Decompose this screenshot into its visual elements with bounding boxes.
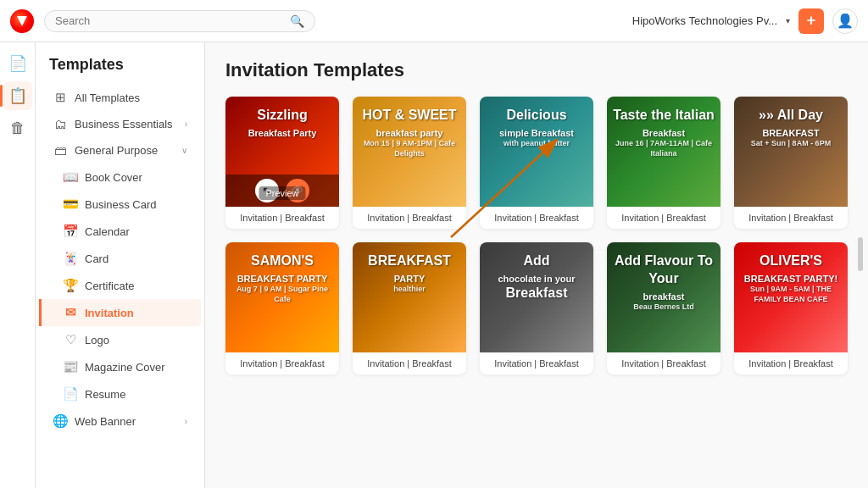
sidebar-item-web-banner[interactable]: 🌐 Web Banner › [39, 408, 201, 435]
template-thumb-5: »» All Day BREAKFAST Sat + Sun | 8AM - 6… [734, 97, 848, 207]
template-thumb-7: BREAKFAST PARTY healthier [353, 242, 466, 352]
template-thumb-8: Add chocolate in your Breakfast [480, 242, 593, 352]
trash-icon: 🗑 [10, 119, 25, 137]
scrollbar[interactable] [858, 237, 863, 271]
magazine-cover-icon: 📰 [63, 359, 78, 374]
page-title: Invitation Templates [225, 59, 848, 81]
create-button[interactable]: + [798, 8, 824, 34]
thumb-text-5: »» All Day BREAKFAST Sat + Sun | 8AM - 6… [734, 97, 848, 159]
sidebar-label-invitation: Invitation [85, 307, 134, 319]
sidebar-label-web-banner: Web Banner [75, 415, 136, 428]
sidebar-label-resume: Resume [85, 388, 125, 401]
template-card-8[interactable]: Add chocolate in your Breakfast Invitati… [480, 242, 593, 374]
search-bar[interactable]: 🔍 [44, 10, 315, 32]
thumb-text-10: OLIVER'S BREAKFAST PARTY! Sun | 9AM - 5A… [734, 242, 848, 314]
template-label-3: Invitation | Breakfast [480, 207, 593, 229]
sidebar: Templates ⊞ All Templates 🗂 Business Ess… [36, 42, 205, 488]
thumb-text-4: Taste the Italian Breakfast June 16 | 7A… [607, 97, 721, 169]
preview-label-1: Preview [259, 186, 305, 200]
logo-icon[interactable] [10, 9, 34, 33]
template-card-1[interactable]: Sizzling Breakfast Party ↖ 👁 Preview Inv… [225, 97, 339, 229]
business-essentials-icon: 🗂 [53, 117, 68, 131]
logo-menu-icon: ♡ [63, 332, 78, 347]
invitation-icon: ✉ [63, 305, 78, 320]
thumb-text-2: HOT & SWEET breakfast party Mon 15 | 9 A… [353, 97, 466, 169]
template-label-9: Invitation | Breakfast [607, 352, 721, 374]
web-banner-chevron: › [185, 417, 187, 426]
sidebar-item-resume[interactable]: 📄 Resume [39, 380, 201, 408]
sidebar-item-certificate[interactable]: 🏆 Certificate [39, 272, 201, 299]
icon-rail: 📄 📋 🗑 [0, 42, 36, 488]
thumb-text-3: Delicious simple Breakfast with peanut b… [480, 97, 593, 159]
template-thumb-10: OLIVER'S BREAKFAST PARTY! Sun | 9AM - 5A… [734, 242, 848, 352]
template-label-4: Invitation | Breakfast [607, 207, 721, 229]
template-thumb-4: Taste the Italian Breakfast June 16 | 7A… [607, 97, 721, 207]
user-button[interactable]: 👤 [832, 8, 858, 34]
sidebar-item-business-essentials[interactable]: 🗂 Business Essentials › [39, 111, 201, 137]
thumb-text-1: Sizzling Breakfast Party [225, 97, 339, 149]
template-label-6: Invitation | Breakfast [225, 352, 339, 374]
sidebar-label-logo: Logo [85, 334, 109, 347]
search-input[interactable] [55, 14, 285, 27]
template-label-8: Invitation | Breakfast [480, 352, 593, 374]
template-card-9[interactable]: Add Flavour To Your breakfast Beau Berne… [607, 242, 721, 374]
company-name: HipoWorks Technologies Pv... [632, 14, 777, 27]
template-label-10: Invitation | Breakfast [734, 352, 848, 374]
general-purpose-chevron: ∨ [181, 146, 187, 155]
topbar: 🔍 HipoWorks Technologies Pv... ▾ + 👤 [0, 0, 868, 42]
sidebar-label-business-card: Business Card [85, 198, 157, 211]
template-thumb-2: HOT & SWEET breakfast party Mon 15 | 9 A… [353, 97, 466, 207]
template-card-4[interactable]: Taste the Italian Breakfast June 16 | 7A… [607, 97, 721, 229]
company-dropdown-arrow[interactable]: ▾ [786, 16, 790, 25]
sidebar-item-invitation[interactable]: ✉ Invitation [39, 299, 201, 326]
template-thumb-3: Delicious simple Breakfast with peanut b… [480, 97, 593, 207]
sidebar-item-card[interactable]: 🃏 Card [39, 245, 201, 272]
template-card-2[interactable]: HOT & SWEET breakfast party Mon 15 | 9 A… [353, 97, 466, 229]
thumb-text-9: Add Flavour To Your breakfast Beau Berne… [607, 242, 721, 323]
rail-icon-document[interactable]: 📄 [3, 49, 32, 78]
all-templates-icon: ⊞ [53, 90, 68, 105]
sidebar-label-certificate: Certificate [85, 280, 135, 292]
sidebar-item-business-card[interactable]: 💳 Business Card [39, 191, 201, 218]
template-card-6[interactable]: SAMON'S BREAKFAST PARTY Aug 7 | 9 AM | S… [225, 242, 339, 374]
thumb-text-6: SAMON'S BREAKFAST PARTY Aug 7 | 9 AM | S… [225, 242, 339, 314]
rail-icon-trash[interactable]: 🗑 [3, 114, 32, 142]
sidebar-item-calendar[interactable]: 📅 Calendar [39, 218, 201, 245]
sidebar-item-magazine-cover[interactable]: 📰 Magazine Cover [39, 353, 201, 380]
template-label-2: Invitation | Breakfast [353, 207, 466, 229]
user-icon: 👤 [837, 13, 854, 29]
topbar-right: HipoWorks Technologies Pv... ▾ + 👤 [632, 8, 858, 34]
main-layout: 📄 📋 🗑 Templates ⊞ All Templates 🗂 Busine… [0, 42, 868, 488]
thumb-text-7: BREAKFAST PARTY healthier [353, 242, 466, 305]
template-card-5[interactable]: »» All Day BREAKFAST Sat + Sun | 8AM - 6… [734, 97, 848, 229]
template-label-5: Invitation | Breakfast [734, 207, 848, 229]
sidebar-label-magazine-cover: Magazine Cover [85, 361, 165, 374]
general-purpose-icon: 🗃 [53, 143, 68, 158]
rail-icon-templates[interactable]: 📋 [3, 81, 32, 110]
template-card-7[interactable]: BREAKFAST PARTY healthier Invitation | B… [353, 242, 466, 374]
sidebar-label-all-templates: All Templates [75, 92, 140, 104]
template-card-10[interactable]: OLIVER'S BREAKFAST PARTY! Sun | 9AM - 5A… [734, 242, 848, 374]
resume-icon: 📄 [63, 386, 78, 402]
sidebar-item-general-purpose[interactable]: 🗃 General Purpose ∨ [39, 137, 201, 164]
sidebar-item-all-templates[interactable]: ⊞ All Templates [39, 84, 201, 111]
templates-icon: 📋 [8, 86, 27, 105]
sidebar-title: Templates [36, 42, 204, 84]
document-icon: 📄 [8, 54, 27, 73]
template-card-3[interactable]: Delicious simple Breakfast with peanut b… [480, 97, 593, 229]
template-label-1: Invitation | Breakfast [225, 207, 339, 229]
template-thumb-6: SAMON'S BREAKFAST PARTY Aug 7 | 9 AM | S… [225, 242, 339, 352]
card-icon: 🃏 [63, 251, 78, 266]
sidebar-item-logo[interactable]: ♡ Logo [39, 326, 201, 353]
business-card-icon: 💳 [63, 197, 78, 212]
thumb-text-8: Add chocolate in your Breakfast [480, 242, 593, 315]
sidebar-item-book-cover[interactable]: 📖 Book Cover [39, 164, 201, 191]
certificate-icon: 🏆 [63, 278, 78, 293]
template-thumb-1: Sizzling Breakfast Party ↖ 👁 Preview [225, 97, 339, 207]
sidebar-label-business-essentials: Business Essentials [75, 118, 173, 130]
book-cover-icon: 📖 [63, 169, 78, 185]
main-content: Invitation Templates Sizzling Breakfast … [205, 42, 868, 488]
sidebar-label-general-purpose: General Purpose [75, 144, 158, 157]
calendar-icon: 📅 [63, 224, 78, 239]
sidebar-label-calendar: Calendar [85, 225, 130, 238]
